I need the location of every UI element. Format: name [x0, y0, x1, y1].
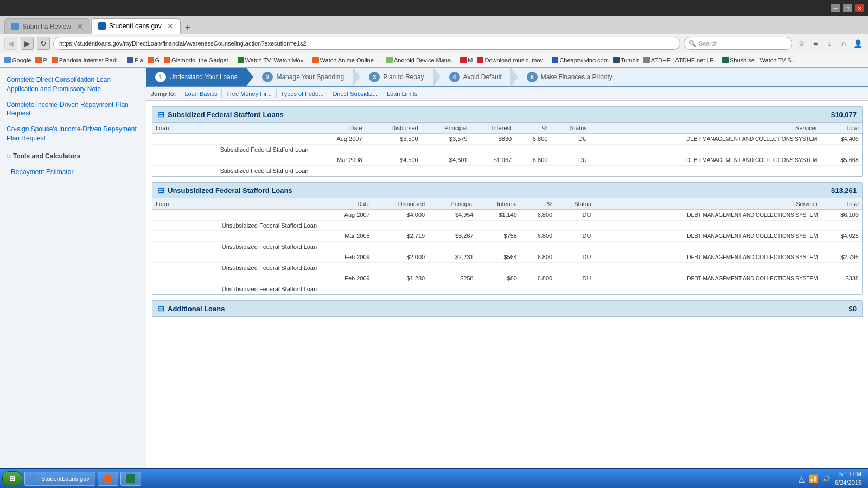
close-button[interactable]: ✕ [855, 4, 864, 12]
col-date: Date [311, 123, 365, 134]
bookmark-watchtv[interactable]: Watch TV. Watch Mov... [238, 57, 308, 63]
bookmark-android[interactable]: Android Device Mana... [386, 57, 456, 63]
rate-cell: 6.800 [520, 210, 556, 221]
bookmark-shush[interactable]: Shush.se - Watch TV S... [722, 57, 796, 63]
tab-submit-review[interactable]: Submit a Review ✕ [4, 18, 90, 34]
principal-cell: $4,954 [428, 210, 476, 221]
total-cell: $338 [821, 273, 862, 284]
nav-bar: ◀ ▶ ↻ https://studentloans.gov/myDirectL… [0, 34, 868, 53]
col-disbursed: Disbursed [366, 123, 422, 134]
disbursed-cell: $2,000 [373, 252, 429, 263]
jump-free-money[interactable]: Free Money Fir... [222, 89, 276, 98]
table-row: Unsubsidized Federal Stafford Loan [152, 221, 862, 231]
anime-icon [312, 57, 319, 63]
subsidized-collapse-icon[interactable]: ⊟ [158, 110, 164, 119]
fb-icon [127, 57, 133, 63]
col-interest: Interest [477, 198, 520, 210]
subsidized-loans-section: ⊟ Subsidized Federal Stafford Loans $10,… [152, 106, 863, 177]
col-percent: % [515, 123, 551, 134]
bookmark-atdhe[interactable]: ATDHE | ATDHE.net | F... [643, 57, 718, 63]
forward-button[interactable]: ▶ [21, 37, 34, 50]
col-interest: Interest [471, 123, 515, 134]
tab-close-button[interactable]: ✕ [76, 22, 83, 31]
minimize-button[interactable]: ─ [831, 4, 840, 12]
bookmark-pandora[interactable]: Pandora Internet Radi... [52, 57, 123, 63]
jump-loan-limits[interactable]: Loan Limits [382, 89, 422, 98]
step-5[interactable]: 5 Make Finances a Priority [518, 68, 621, 86]
refresh-button[interactable]: ↻ [37, 37, 50, 50]
servicer-cell: DEBT MANAGEMENT AND COLLECTIONS SYSTEM [594, 210, 821, 221]
step-1-label: Understand Your Loans [169, 73, 237, 81]
jump-nav: Jump to: Loan Basics Free Money Fir... T… [146, 87, 868, 101]
step-3[interactable]: 3 Plan to Repay [360, 68, 432, 86]
taskbar-window-vlc[interactable] [98, 472, 118, 486]
jump-loan-basics[interactable]: Loan Basics [180, 89, 222, 98]
sidebar-item-income-driven[interactable]: Complete Income-Driven Repayment Plan Re… [0, 97, 146, 122]
bookmark-gizmodo[interactable]: Gizmodo, the Gadget... [164, 57, 233, 63]
unsubsidized-loans-total: $13,261 [831, 187, 857, 195]
status-cell: DU [551, 134, 590, 145]
tray-icon-1[interactable]: △ [799, 474, 805, 483]
sidebar-item-cosign[interactable]: Co-sign Spouse's Income-Driven Repayment… [0, 121, 146, 146]
tab-label-active: StudentLoans.gov [109, 22, 162, 30]
bookmark-anime[interactable]: Watch Anime Online |... [312, 57, 382, 63]
additional-loans-section: ⊟ Additional Loans $0 [152, 300, 863, 317]
cheap-icon [552, 57, 558, 63]
user-icon[interactable]: 👤 [852, 37, 864, 49]
system-clock[interactable]: 5:19 PM 6/24/2015 [835, 470, 861, 487]
new-tab-button[interactable]: + [185, 22, 191, 34]
servicer-cell: DEBT MANAGEMENT AND COLLECTIONS SYSTEM [594, 231, 821, 242]
taskbar-window-browser[interactable]: StudentLoans.gov [24, 472, 95, 486]
interest-cell: $564 [477, 252, 520, 263]
additional-loans-title: Additional Loans [168, 305, 225, 313]
step-5-num: 5 [527, 72, 538, 82]
sidebar-item-repayment[interactable]: Repayment Estimator [0, 164, 146, 180]
jump-direct-sub[interactable]: Direct Subsidiz... [328, 89, 382, 98]
taskbar-window-excel[interactable] [120, 472, 141, 486]
total-cell: $4,025 [821, 231, 862, 242]
sidebar-item-consolidation[interactable]: Complete Direct Consolidation Loan Appli… [0, 72, 146, 97]
bookmark-fb[interactable]: F a [127, 57, 143, 63]
home-icon[interactable]: ⌂ [838, 37, 850, 49]
rate-cell: 6.800 [515, 155, 551, 166]
total-cell: $6,103 [821, 210, 862, 221]
step-4[interactable]: 4 Avoid Default [441, 68, 510, 86]
table-row: Aug 2007 $4,000 $4,954 $1,149 6.800 DU D… [152, 210, 862, 221]
col-loan: Loan [152, 123, 311, 134]
bookmark-cheap[interactable]: Cheaprvliving.com [552, 57, 608, 63]
maximize-button[interactable]: □ [843, 4, 852, 12]
browser-chrome: ─ □ ✕ Submit a Review ✕ StudentLoans.gov… [0, 0, 868, 68]
loan-name-cell: Subsidized Federal Stafford Loan [152, 166, 311, 176]
step-2[interactable]: 2 Manage Your Spending [253, 68, 353, 86]
additional-collapse-icon[interactable]: ⊟ [158, 304, 164, 313]
principal-cell: $3,579 [422, 134, 471, 145]
servicer-cell: DEBT MANAGEMENT AND COLLECTIONS SYSTEM [594, 273, 821, 284]
volume-icon[interactable]: 🔊 [822, 475, 831, 483]
bookmark-m[interactable]: M [460, 57, 473, 63]
menu-icon[interactable]: ≡ [809, 37, 821, 49]
bookmark-g[interactable]: G [148, 57, 160, 63]
tumblr-icon [613, 57, 620, 63]
back-button[interactable]: ◀ [4, 37, 17, 50]
start-button[interactable]: ⊞ [2, 471, 22, 486]
unsubsidized-collapse-icon[interactable]: ⊟ [158, 186, 164, 195]
search-bar[interactable]: 🔍 Search [684, 37, 792, 50]
step-1[interactable]: 1 Understand Your Loans [146, 68, 246, 86]
bookmark-download[interactable]: Download music, mov... [477, 57, 547, 63]
bookmark-tumblr[interactable]: Tumblr [613, 57, 639, 63]
tray-network-icon[interactable]: 📶 [809, 474, 818, 483]
download-icon[interactable]: ↓ [824, 37, 835, 49]
address-bar[interactable]: https://studentloans.gov/myDirectLoan/fi… [53, 37, 680, 50]
tab-close-active-button[interactable]: ✕ [167, 22, 174, 30]
servicer-cell: DEBT MANAGEMENT AND COLLECTIONS SYSTEM [594, 252, 821, 263]
step-3-arrow [433, 68, 441, 87]
table-row: Unsubsidized Federal Stafford Loan [152, 242, 862, 252]
table-row: Subsidized Federal Stafford Loan [152, 145, 862, 155]
loan-name-cell: Unsubsidized Federal Stafford Loan [152, 263, 320, 273]
bookmark-icon[interactable]: ☆ [795, 37, 807, 49]
tab-studentloans[interactable]: StudentLoans.gov ✕ [91, 18, 181, 34]
status-cell: DU [556, 252, 594, 263]
jump-types-fede[interactable]: Types of Fede... [277, 89, 329, 98]
bookmark-google[interactable]: Google [4, 57, 31, 63]
bookmark-p[interactable]: P [35, 57, 47, 63]
